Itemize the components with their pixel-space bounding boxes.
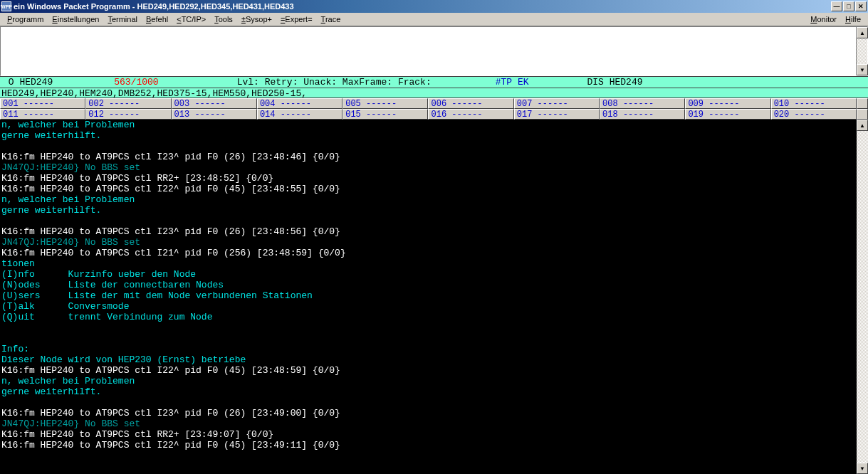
- terminal-line: JN47QJ:HEP240} No BBS set: [1, 162, 855, 173]
- menu-item[interactable]: Hilfe: [841, 14, 865, 25]
- menu-item[interactable]: =Expert=: [276, 14, 317, 25]
- channel-cell[interactable]: 005 ------: [343, 98, 428, 109]
- channel-cell[interactable]: 015 ------: [343, 109, 428, 120]
- channel-cell[interactable]: 002 ------: [85, 98, 171, 109]
- close-button[interactable]: ✕: [855, 1, 867, 11]
- menu-item[interactable]: Befehl: [142, 14, 172, 25]
- terminal-line: [1, 216, 855, 226]
- terminal-line: [1, 322, 855, 333]
- channel-cell[interactable]: 010 ------: [771, 98, 857, 109]
- terminal-line: Info:: [1, 344, 855, 354]
- channel-cell[interactable]: 018 ------: [600, 109, 685, 120]
- channel-cell[interactable]: 001 ------: [0, 98, 85, 109]
- status-params: Lvl: Retry: Unack: MaxFrame: Frack:: [237, 77, 432, 88]
- path-bar: HED249,HEP240,HEM240,DMB252,HED375-15,HE…: [0, 88, 868, 98]
- terminal-line: n, welcher bei Problemen: [1, 194, 855, 205]
- terminal-line: gerne weiterhilft.: [1, 130, 855, 141]
- channel-cell[interactable]: 004 ------: [257, 98, 343, 109]
- channel-cell[interactable]: 007 ------: [514, 98, 600, 109]
- channel-cell[interactable]: 003 ------: [172, 98, 257, 109]
- menu-item[interactable]: Tools: [210, 14, 237, 25]
- channel-cell[interactable]: 020 ------: [771, 109, 857, 120]
- status-tag: #TP EK: [496, 77, 529, 88]
- menu-item[interactable]: Terminal: [103, 14, 142, 25]
- terminal-line: [1, 397, 855, 408]
- terminal-line: K16:fm HEP240 to AT9PCS ctl I22^ pid F0 …: [1, 365, 855, 376]
- top-scrollbar[interactable]: ▲ ▼: [856, 27, 867, 75]
- status-bar: O HED249 563/1000 Lvl: Retry: Unack: Max…: [0, 76, 868, 88]
- terminal-line: K16:fm HEP240 to AT9PCS ctl I23^ pid F0 …: [1, 152, 855, 162]
- terminal-line: K16:fm HEP240 to AT9PCS ctl I22^ pid F0 …: [1, 440, 855, 451]
- terminal-line: tionen: [1, 258, 855, 269]
- scroll-up-icon[interactable]: ▲: [857, 27, 868, 38]
- terminal-line: (T)alk Conversmode: [1, 301, 855, 312]
- scroll-down-icon[interactable]: ▼: [857, 64, 868, 75]
- scroll-down-icon[interactable]: ▼: [857, 463, 868, 474]
- terminal-line: n, welcher bei Problemen: [1, 120, 855, 130]
- terminal-output[interactable]: n, welcher bei Problemengerne weiterhilf…: [0, 120, 857, 474]
- channel-cell[interactable]: 019 ------: [685, 109, 770, 120]
- window-titlebar[interactable]: WPP ein Windows Packet Programm - HED249…: [0, 0, 868, 13]
- channel-grid: 001 ------002 ------003 ------004 ------…: [0, 98, 868, 120]
- terminal-scrollbar[interactable]: ▲ ▼: [857, 120, 868, 474]
- scroll-up-icon[interactable]: ▲: [857, 120, 868, 131]
- channel-cell[interactable]: 008 ------: [600, 98, 685, 109]
- terminal-line: (I)nfo Kurzinfo ueber den Node: [1, 269, 855, 280]
- terminal-line: K16:fm HEP240 to AT9PCS ctl RR2+ [23:49:…: [1, 429, 855, 440]
- status-counter: 563/1000: [114, 77, 158, 88]
- scroll-track[interactable]: [857, 131, 868, 463]
- menu-item[interactable]: ±Sysop+: [237, 14, 276, 25]
- terminal-line: (U)sers Liste der mit dem Node verbunden…: [1, 290, 855, 301]
- terminal-line: (Q)uit trennt Verbindung zum Node: [1, 312, 855, 322]
- terminal-area: n, welcher bei Problemengerne weiterhilf…: [0, 120, 868, 474]
- terminal-line: Dieser Node wird von HEP230 (Ernst) betr…: [1, 354, 855, 365]
- terminal-line: K16:fm HEP240 to AT9PCS ctl I23^ pid F0 …: [1, 408, 855, 418]
- terminal-line: K16:fm HEP240 to AT9PCS ctl RR2+ [23:48:…: [1, 173, 855, 184]
- terminal-line: JN47QJ:HEP240} No BBS set: [1, 237, 855, 248]
- maximize-button[interactable]: □: [843, 1, 854, 11]
- channel-cell[interactable]: 009 ------: [685, 98, 770, 109]
- menu-item[interactable]: <TC/IP>: [172, 14, 210, 25]
- channel-cell[interactable]: 014 ------: [257, 109, 343, 120]
- menu-bar: ProgrammEinstellungenTerminalBefehl<TC/I…: [0, 13, 868, 26]
- terminal-line: n, welcher bei Problemen: [1, 376, 855, 386]
- menu-item[interactable]: Trace: [317, 14, 345, 25]
- menu-item[interactable]: Einstellungen: [48, 14, 103, 25]
- channel-cell[interactable]: 011 ------: [0, 109, 85, 120]
- terminal-line: [1, 141, 855, 152]
- terminal-line: gerne weiterhilft.: [1, 205, 855, 216]
- terminal-line: (N)odes Liste der connectbaren Nodes: [1, 280, 855, 290]
- scroll-track[interactable]: [857, 38, 867, 64]
- channel-cell[interactable]: 013 ------: [172, 109, 257, 120]
- terminal-line: K16:fm HEP240 to AT9PCS ctl I21^ pid F0 …: [1, 248, 855, 258]
- channel-cell[interactable]: 006 ------: [428, 98, 513, 109]
- terminal-line: JN47QJ:HEP240} No BBS set: [1, 418, 855, 429]
- terminal-line: K16:fm HEP240 to AT9PCS ctl I22^ pid F0 …: [1, 184, 855, 194]
- menu-item[interactable]: Programm: [3, 14, 48, 25]
- window-title: ein Windows Packet Programm - HED249,HED…: [14, 2, 831, 11]
- channel-cell[interactable]: 017 ------: [514, 109, 600, 120]
- channel-cell[interactable]: 012 ------: [85, 109, 171, 120]
- top-text-area[interactable]: ▲ ▼: [0, 26, 868, 76]
- app-icon: WPP: [1, 1, 11, 11]
- minimize-button[interactable]: —: [831, 1, 842, 11]
- terminal-line: K16:fm HEP240 to AT9PCS ctl I23^ pid F0 …: [1, 226, 855, 237]
- channel-cell[interactable]: 016 ------: [428, 109, 513, 120]
- menu-item[interactable]: Monitor: [806, 14, 841, 25]
- status-right: DIS HED249: [587, 77, 643, 88]
- terminal-line: gerne weiterhilft.: [1, 386, 855, 397]
- status-channel: O HED249: [3, 77, 53, 88]
- terminal-line: [1, 333, 855, 344]
